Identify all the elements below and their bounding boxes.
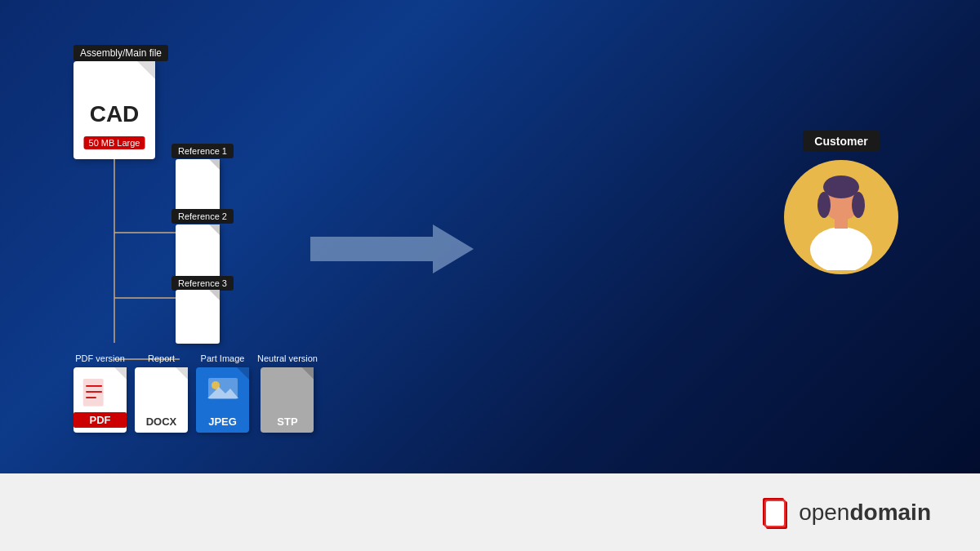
ref1-file-icon xyxy=(176,159,220,213)
ref2-file xyxy=(176,224,220,278)
stp-file-item: Neutral version STP xyxy=(257,353,318,433)
logo-container: opendomain xyxy=(760,496,931,529)
cad-file: CAD 50 MB Large xyxy=(74,61,155,159)
svg-marker-4 xyxy=(310,224,474,273)
jpeg-label-tag: Part Image xyxy=(201,353,245,363)
cad-file-text: CAD xyxy=(90,101,140,127)
svg-rect-10 xyxy=(835,217,848,229)
arrow-container xyxy=(310,220,474,281)
ref3-file xyxy=(176,290,220,344)
svg-point-9 xyxy=(810,227,872,270)
pdf-file-icon: PDF xyxy=(74,367,127,433)
logo-domain: domain xyxy=(849,500,931,525)
ref3-label: Reference 3 xyxy=(172,275,234,291)
bottom-files-row: PDF version PDF Report DOCX Part Image xyxy=(74,353,318,433)
ref1-label: Reference 1 xyxy=(172,143,234,158)
stp-badge: STP xyxy=(277,415,297,428)
pdf-label-tag: PDF version xyxy=(75,353,125,363)
pdf-badge: PDF xyxy=(74,412,127,428)
main-area: Assembly/Main file CAD 50 MB Large Refer… xyxy=(0,0,980,473)
pdf-file-item: PDF version PDF xyxy=(74,353,127,433)
svg-point-6 xyxy=(823,176,859,198)
cad-file-icon: CAD 50 MB Large xyxy=(74,61,155,159)
size-badge: 50 MB Large xyxy=(84,136,145,149)
docx-label-tag: Report xyxy=(148,353,175,363)
ref2-label: Reference 2 xyxy=(172,208,234,224)
logo-icon xyxy=(760,496,792,529)
ref2-tag: Reference 2 xyxy=(172,209,234,224)
assembly-label: Assembly/Main file xyxy=(74,45,168,61)
customer-avatar-svg xyxy=(788,164,894,270)
ref3-tag: Reference 3 xyxy=(172,276,234,291)
flow-arrow xyxy=(310,220,474,278)
ref1-tag: Reference 1 xyxy=(172,144,234,158)
ref3-file-icon xyxy=(176,290,220,344)
assembly-tag: Assembly/Main file xyxy=(74,45,168,61)
customer-badge: Customer xyxy=(803,131,879,152)
svg-point-7 xyxy=(817,192,831,218)
footer-area: opendomain xyxy=(0,473,980,551)
stp-label-tag: Neutral version xyxy=(257,353,318,363)
svg-rect-21 xyxy=(766,501,784,526)
docx-file-icon: DOCX xyxy=(135,367,188,433)
logo-text: opendomain xyxy=(799,500,931,526)
customer-container: Customer xyxy=(784,131,898,274)
stp-file-icon: STP xyxy=(261,367,314,433)
logo-open: open xyxy=(799,500,849,525)
docx-file-item: Report DOCX xyxy=(135,353,188,433)
customer-avatar xyxy=(784,160,898,274)
ref1-file xyxy=(176,159,220,213)
pdf-graphic xyxy=(80,379,109,411)
jpeg-file-item: Part Image JPEG xyxy=(196,353,249,433)
jpeg-badge: JPEG xyxy=(208,415,237,428)
jpeg-image-graphic xyxy=(207,377,238,407)
svg-point-8 xyxy=(852,192,865,218)
ref2-file-icon xyxy=(176,224,220,278)
docx-badge: DOCX xyxy=(146,415,177,428)
jpeg-file-icon: JPEG xyxy=(196,367,249,433)
